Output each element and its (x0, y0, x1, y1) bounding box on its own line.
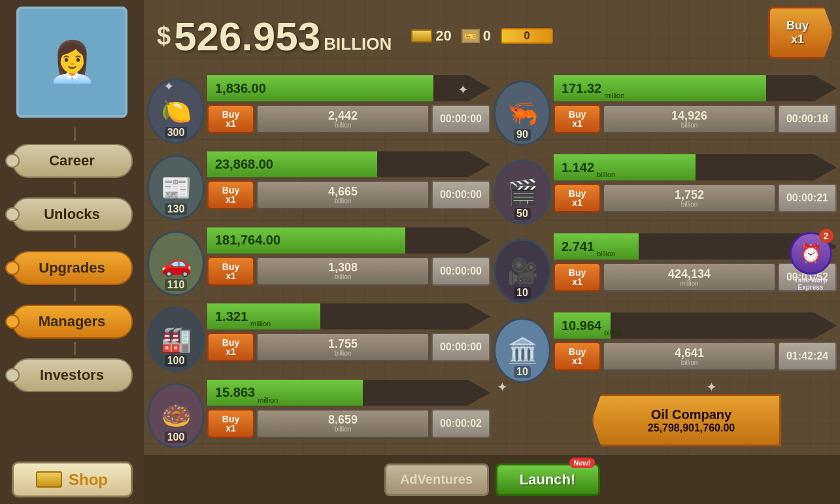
progress-overlay-l3: 1.321million (207, 303, 490, 329)
buy-button-l3[interactable]: Buyx1 (207, 333, 254, 361)
nav-dot-career (5, 154, 20, 168)
business-row-l3: 🏭1001.321millionBuyx11.755billion00:00:0… (147, 303, 490, 375)
left-column: 🍋3001,836.00Buyx12,442billion00:00:00📰13… (147, 75, 490, 452)
sidebar-item-career[interactable]: Career (12, 144, 133, 178)
cost-sub-r1: billion (681, 201, 698, 208)
progress-overlay-r0: 171.32million (554, 75, 837, 101)
nav-dot-managers (5, 314, 20, 329)
time-warp[interactable]: 2 ⏰ Time WarpExpress (784, 229, 837, 294)
progress-overlay-r3: 10.964billion (554, 312, 837, 339)
buy-button-r3[interactable]: Buyx1 (554, 342, 601, 371)
business-row-l1: 📰13023,868.00Buyx14,665billion00:00:00 (147, 151, 490, 223)
biz-info-r0: 171.32millionBuyx114,926billion00:00:18 (554, 75, 837, 150)
biz-info-l0: 1,836.00Buyx12,442billion00:00:00 (207, 75, 490, 147)
money-amount: 526.953 (174, 13, 320, 59)
biz-count-l4: 100 (165, 431, 188, 443)
ticket-currency: 0 (501, 28, 553, 44)
managers-label: Managers (39, 313, 106, 330)
business-row-l0: 🍋3001,836.00Buyx12,442billion00:00:00 (147, 75, 490, 147)
buy-mult-l0: x1 (226, 119, 236, 128)
progress-sub-l4: million (258, 396, 278, 406)
progress-overlay-l0: 1,836.00 (207, 75, 490, 101)
biz-count-r1: 50 (514, 208, 531, 220)
buy-mult-r2: x1 (572, 277, 582, 286)
ticket-value: 0 (524, 30, 530, 42)
progress-value-l1: 23,868.00 (215, 157, 273, 172)
timer-value-l2: 00:00:00 (440, 265, 482, 277)
cost-value-l3: 1.755 (328, 338, 358, 350)
cost-sub-l1: billion (335, 197, 352, 205)
cost-box-l0: 2,442billion (256, 105, 429, 133)
launch-button[interactable]: New! Launch! (496, 463, 600, 496)
buy-button-r1[interactable]: Buyx1 (554, 184, 601, 212)
progress-value-r3: 10.964 (562, 318, 601, 333)
progress-container-r1: 1.142billion (554, 154, 837, 180)
buy-row-l4: Buyx18.659billion00:00:02 (207, 408, 490, 439)
buy-button-r0[interactable]: Buyx1 (554, 105, 601, 133)
time-warp-circle[interactable]: 2 ⏰ (790, 232, 832, 275)
biz-emoji-l0: 🍋 (161, 99, 192, 124)
timer-box-l4: 00:00:02 (431, 409, 490, 438)
timer-value-l3: 00:00:00 (440, 341, 482, 353)
progress-value-l3: 1.321 (215, 309, 248, 324)
buy-mult-l4: x1 (226, 424, 236, 433)
sidebar-item-investors[interactable]: Investors (12, 358, 133, 392)
buy-mult-l1: x1 (226, 195, 236, 204)
cost-sub-r2: million (680, 280, 698, 287)
progress-value-l4: 15.863 (215, 385, 255, 400)
progress-overlay-l2: 181,764.00 (207, 227, 490, 254)
business-row-r1: 🎬501.142billionBuyx11,752billion00:00:21 (494, 154, 837, 229)
biz-count-l1: 130 (165, 203, 188, 215)
timer-box-l1: 00:00:00 (431, 180, 490, 209)
sidebar-item-upgrades[interactable]: Upgrades (12, 251, 133, 285)
nav-connector-3 (74, 235, 76, 248)
biz-icon-r0: 🦐90 (494, 80, 551, 146)
biz-icon-l4: 🍩100 (147, 383, 205, 448)
progress-container-r0: 171.32million (554, 75, 837, 101)
buy-button-r2[interactable]: Buyx1 (554, 263, 601, 292)
progress-sub-r3: billion (604, 329, 622, 339)
oil-company-value: 25,798,901,760.00 (648, 422, 735, 434)
progress-value-l0: 1,836.00 (215, 81, 266, 96)
timer-box-l3: 00:00:00 (431, 333, 490, 361)
progress-value-r0: 171.32 (562, 81, 601, 96)
time-warp-label: Time WarpExpress (794, 277, 828, 291)
certificate-icon: 🎫 (462, 29, 480, 43)
nav-dot-upgrades (5, 261, 20, 275)
ticket-bar: 0 (501, 28, 553, 44)
certificate-currency: 🎫 0 (462, 27, 491, 44)
shop-button[interactable]: Shop (12, 462, 133, 497)
buy-button-l2[interactable]: Buyx1 (207, 257, 254, 286)
biz-emoji-l2: 🚗 (161, 251, 192, 276)
timer-value-r0: 00:00:18 (786, 113, 828, 125)
shop-label: Shop (69, 471, 108, 489)
progress-container-l1: 23,868.00 (207, 151, 490, 177)
buy-button-l1[interactable]: Buyx1 (207, 180, 254, 209)
progress-container-l0: 1,836.00 (207, 75, 490, 101)
billion-label: BILLION (324, 34, 392, 59)
nav-connector-1 (74, 127, 76, 141)
buy-row-r3: Buyx14,641billion01:42:24 (554, 341, 837, 372)
cost-value-r0: 14,926 (671, 110, 707, 122)
progress-value-r2: 2.741 (562, 239, 594, 254)
biz-emoji-r1: 🎬 (507, 180, 538, 205)
cost-sub-l2: billion (335, 273, 352, 280)
biz-count-l3: 100 (165, 355, 188, 367)
sidebar-item-managers[interactable]: Managers (12, 305, 133, 339)
buy-label-r2: Buy (569, 268, 586, 277)
buy-button-l0[interactable]: Buyx1 (207, 105, 254, 133)
unlocks-label: Unlocks (44, 206, 100, 223)
buy-button-l4[interactable]: Buyx1 (207, 409, 254, 438)
adventures-button[interactable]: AdVentures (384, 463, 489, 496)
adventures-label: AdVentures (400, 472, 473, 487)
buy-label-r0: Buy (569, 110, 586, 119)
buy-row-l2: Buyx11,308billion00:00:00 (207, 256, 490, 287)
buy-label-l1: Buy (222, 186, 239, 195)
biz-info-r3: 10.964billionBuyx14,641billion01:42:24 (554, 312, 837, 388)
cost-sub-l0: billion (335, 122, 352, 129)
progress-container-l3: 1.321million (207, 303, 490, 329)
buy-x1-button[interactable]: Buy x1 (768, 7, 833, 59)
sidebar-item-unlocks[interactable]: Unlocks (12, 197, 133, 231)
progress-value-l2: 181,764.00 (215, 233, 280, 248)
buy-label-r1: Buy (569, 189, 586, 198)
